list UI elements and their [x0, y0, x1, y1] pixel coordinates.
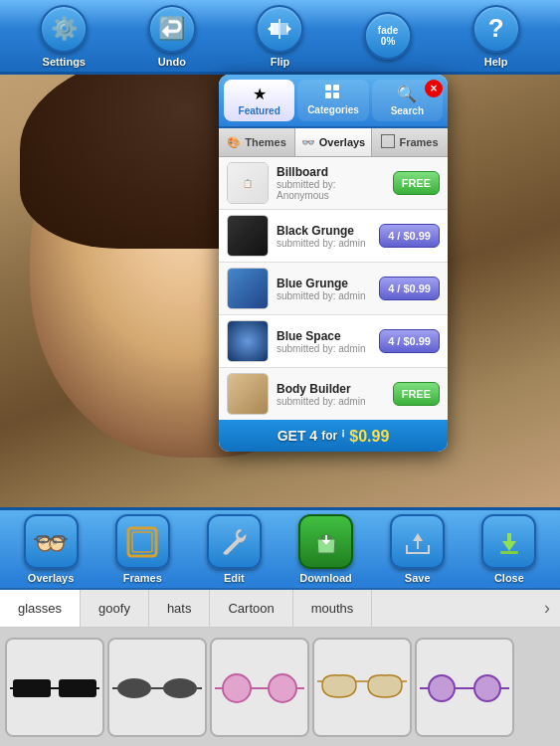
billboard-preview: 📋: [228, 163, 268, 203]
subtab-themes[interactable]: 🎨 Themes: [219, 128, 295, 156]
help-button[interactable]: ? Help: [472, 5, 520, 68]
glasses-item-1[interactable]: [5, 638, 104, 737]
help-label: Help: [484, 56, 508, 68]
list-item[interactable]: Blue Grunge submitted by: admin 4 / $0.9…: [219, 263, 448, 315]
blue-space-preview: [228, 321, 268, 361]
category-mouths[interactable]: mouths: [293, 590, 373, 627]
overlay-list: 📋 Billboard submitted by: Anonymous FREE…: [219, 157, 448, 420]
list-item[interactable]: Blue Space submitted by: admin 4 / $0.99: [219, 315, 448, 368]
category-glasses[interactable]: glasses: [0, 590, 81, 627]
tab-categories[interactable]: Categories: [297, 80, 368, 121]
promo-banner[interactable]: GET 4 for ¡ $0.99: [219, 420, 448, 452]
edit-icon: [207, 514, 262, 569]
item-info: Billboard submitted by: Anonymous: [277, 165, 385, 201]
flip-icon: [256, 5, 303, 53]
svg-rect-23: [132, 532, 152, 552]
svg-rect-27: [417, 541, 419, 549]
flip-button[interactable]: Flip: [256, 5, 303, 68]
item-submitter: submitted by: admin: [277, 396, 385, 407]
svg-point-49: [429, 675, 455, 701]
svg-point-36: [117, 678, 151, 698]
save-button[interactable]: Save: [378, 514, 458, 584]
undo-label: Undo: [158, 56, 186, 68]
search-label: Search: [391, 105, 424, 116]
frames-button[interactable]: Frames: [102, 514, 182, 584]
item-price-button[interactable]: FREE: [393, 171, 440, 195]
categories-icon: [325, 85, 341, 102]
item-info: Body Builder submitted by: admin: [277, 382, 385, 407]
subtab-overlays[interactable]: 👓 Overlays: [295, 128, 372, 156]
top-toolbar: ⚙️ Settings ↩️ Undo Flip fade0% ? Help: [0, 0, 560, 75]
edit-button[interactable]: Edit: [194, 514, 274, 584]
svg-marker-26: [413, 533, 423, 541]
flip-label: Flip: [271, 56, 290, 68]
item-price-button[interactable]: 4 / $0.99: [379, 277, 440, 300]
promo-get-text: GET 4: [278, 428, 317, 444]
item-submitter: submitted by: admin: [277, 238, 371, 249]
bottom-toolbar: Overlays Frames Edit: [0, 507, 560, 746]
download-button[interactable]: Download: [286, 514, 366, 584]
fade-button[interactable]: fade0%: [364, 12, 412, 60]
svg-point-37: [163, 678, 197, 698]
item-info: Blue Grunge submitted by: admin: [277, 277, 371, 301]
item-price-button[interactable]: 4 / $0.99: [379, 329, 440, 353]
frames-label: Frames: [123, 572, 162, 584]
glasses-item-5[interactable]: [415, 638, 514, 737]
save-icon: [390, 514, 445, 569]
glasses-item-3[interactable]: [210, 638, 309, 737]
item-thumbnail: [227, 215, 269, 257]
item-price-button[interactable]: FREE: [393, 382, 440, 406]
svg-rect-30: [500, 551, 518, 554]
fade-value: 0%: [381, 36, 395, 47]
overlays-label: Overlays: [28, 572, 74, 584]
svg-point-16: [50, 545, 53, 547]
help-icon: ?: [472, 5, 520, 53]
category-cartoon[interactable]: Cartoon: [210, 590, 292, 627]
save-label: Save: [405, 572, 431, 584]
fade-icon: fade0%: [364, 12, 412, 60]
glasses-item-2[interactable]: [107, 638, 207, 737]
item-name: Black Grunge: [277, 224, 371, 238]
popup-close-button[interactable]: ×: [425, 80, 443, 97]
close-button[interactable]: Close: [469, 514, 549, 584]
svg-rect-25: [325, 535, 327, 543]
settings-icon: ⚙️: [40, 5, 88, 53]
svg-marker-3: [268, 25, 273, 33]
overlays-label: Overlays: [319, 136, 365, 148]
item-name: Body Builder: [277, 382, 385, 396]
popup-header-tabs: ★ Featured Categories 🔍 Search: [219, 75, 448, 128]
list-item[interactable]: Body Builder submitted by: admin FREE: [219, 368, 448, 420]
category-row: glasses goofy hats Cartoon mouths ›: [0, 590, 560, 628]
tab-featured[interactable]: ★ Featured: [224, 80, 294, 121]
overlays-button[interactable]: Overlays: [11, 514, 91, 584]
category-hats[interactable]: hats: [149, 590, 211, 627]
category-next-arrow[interactable]: ›: [534, 598, 560, 619]
svg-point-42: [269, 674, 296, 702]
svg-rect-8: [333, 93, 339, 98]
promo-for-text: for: [321, 429, 337, 443]
svg-point-41: [223, 674, 251, 702]
subtab-frames[interactable]: Frames: [372, 128, 448, 156]
undo-button[interactable]: ↩️ Undo: [148, 5, 196, 68]
overlay-panel: × ★ Featured Categories 🔍 Search 🎨 Theme…: [219, 75, 448, 452]
item-thumbnail: 📋: [227, 162, 269, 204]
overlays-icon: [24, 514, 79, 569]
settings-label: Settings: [43, 56, 86, 68]
item-name: Blue Grunge: [277, 277, 371, 290]
glasses-item-4[interactable]: [312, 638, 412, 737]
close-label: Close: [494, 572, 524, 584]
list-item[interactable]: 📋 Billboard submitted by: Anonymous FREE: [219, 157, 448, 210]
list-item[interactable]: Black Grunge submitted by: admin 4 / $0.…: [219, 210, 448, 263]
settings-button[interactable]: ⚙️ Settings: [40, 5, 88, 68]
bottom-main-buttons: Overlays Frames Edit: [0, 510, 560, 590]
promo-price-text: ¡ $0.99: [341, 426, 389, 446]
featured-icon: ★: [253, 85, 267, 103]
item-price-button[interactable]: 4 / $0.99: [379, 224, 440, 248]
item-submitter: submitted by: Anonymous: [277, 179, 385, 201]
svg-rect-9: [381, 134, 395, 148]
category-goofy[interactable]: goofy: [81, 590, 149, 627]
svg-marker-4: [286, 25, 291, 33]
item-thumbnail: [227, 268, 269, 309]
edit-label: Edit: [224, 572, 245, 584]
blue-grunge-preview: [228, 269, 268, 308]
